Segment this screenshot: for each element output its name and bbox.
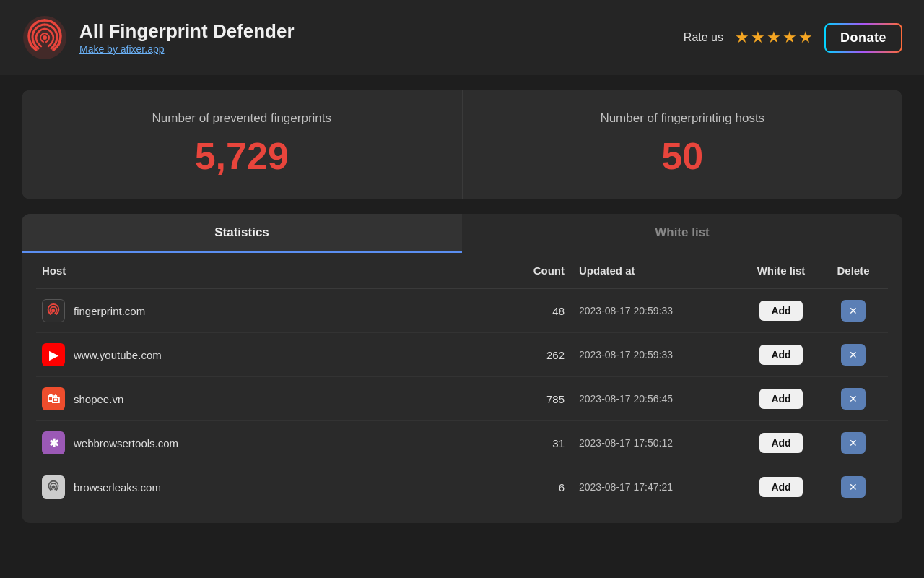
donate-button[interactable]: Donate (824, 23, 902, 53)
site-icon-browserleaks (42, 475, 65, 499)
fingerprints-label: Number of prevented fingerprints (152, 111, 331, 126)
count-browserleaks: 6 (507, 481, 579, 493)
table-body: fingerprint.com 48 2023-08-17 20:59:33 A… (36, 289, 888, 509)
delete-button-youtube[interactable]: ✕ (841, 344, 866, 366)
table-row: 🛍 shopee.vn 785 2023-08-17 20:56:45 Add … (36, 377, 888, 421)
host-cell-browserleaks: browserleaks.com (42, 475, 507, 499)
col-whitelist: White list (738, 264, 824, 277)
tab-statistics[interactable]: Statistics (22, 214, 462, 253)
svg-point-2 (53, 310, 55, 312)
host-cell-youtube: ▶ www.youtube.com (42, 343, 507, 366)
tabs-container: Statistics White list (22, 214, 902, 253)
site-icon-youtube: ▶ (42, 343, 65, 366)
stars-container: ★ ★ ★ ★ ★ (735, 28, 813, 47)
hosts-value: 50 (661, 134, 703, 178)
add-button-webbrowsertools[interactable]: Add (759, 433, 802, 453)
col-delete: Delete (824, 264, 882, 277)
delete-button-browserleaks[interactable]: ✕ (841, 476, 866, 498)
date-fingerprint: 2023-08-17 20:59:33 (579, 305, 738, 316)
logo-text: All Fingerprint Defender Make by afixer.… (79, 20, 295, 56)
table-container: Host Count Updated at White list Delete (22, 253, 902, 523)
header-right: Rate us ★ ★ ★ ★ ★ Donate (684, 23, 902, 53)
site-icon-shopee: 🛍 (42, 387, 65, 410)
star-3: ★ (767, 28, 781, 47)
table-row: fingerprint.com 48 2023-08-17 20:59:33 A… (36, 289, 888, 333)
delete-cell-youtube: ✕ (824, 344, 882, 366)
whitelist-cell-fingerprint: Add (738, 301, 824, 321)
host-cell-fingerprint: fingerprint.com (42, 299, 507, 322)
add-button-shopee[interactable]: Add (759, 389, 802, 409)
date-shopee: 2023-08-17 20:56:45 (579, 393, 738, 405)
delete-cell-fingerprint: ✕ (824, 300, 882, 322)
host-cell-shopee: 🛍 shopee.vn (42, 387, 507, 410)
count-youtube: 262 (507, 349, 579, 361)
delete-cell-browserleaks: ✕ (824, 476, 882, 498)
hosts-label: Number of fingerprinting hosts (600, 111, 764, 126)
star-5: ★ (798, 28, 813, 47)
fingerprints-value: 5,729 (195, 134, 289, 178)
logo-wrapper: All Fingerprint Defender Make by afixer.… (22, 14, 684, 61)
svg-point-3 (52, 486, 54, 488)
hosts-card: Number of fingerprinting hosts 50 (463, 90, 903, 199)
star-4: ★ (783, 28, 797, 47)
maker-link[interactable]: Make by afixer.app (79, 43, 165, 55)
add-button-fingerprint[interactable]: Add (759, 301, 802, 321)
app-title: All Fingerprint Defender (79, 20, 295, 43)
star-1: ★ (735, 28, 749, 47)
whitelist-cell-youtube: Add (738, 345, 824, 365)
add-button-browserleaks[interactable]: Add (759, 477, 802, 497)
date-webbrowsertools: 2023-08-17 17:50:12 (579, 437, 738, 449)
col-host: Host (42, 264, 507, 277)
date-youtube: 2023-08-17 20:59:33 (579, 349, 738, 361)
site-icon-fingerprint (42, 299, 65, 322)
host-name-shopee: shopee.vn (74, 393, 123, 405)
whitelist-cell-shopee: Add (738, 389, 824, 409)
host-name-browserleaks: browserleaks.com (74, 481, 161, 493)
delete-button-fingerprint[interactable]: ✕ (841, 300, 866, 322)
host-name-youtube: www.youtube.com (74, 349, 162, 361)
site-icon-webbrowsertools: ✱ (42, 431, 65, 454)
table-row: browserleaks.com 6 2023-08-17 17:47:21 A… (36, 465, 888, 509)
count-webbrowsertools: 31 (507, 437, 579, 449)
delete-button-shopee[interactable]: ✕ (841, 388, 866, 410)
host-name-fingerprint: fingerprint.com (74, 305, 145, 317)
add-button-youtube[interactable]: Add (759, 345, 802, 365)
whitelist-cell-webbrowsertools: Add (738, 433, 824, 453)
date-browserleaks: 2023-08-17 17:47:21 (579, 481, 738, 493)
host-name-webbrowsertools: webbrowsertools.com (74, 437, 178, 449)
header: All Fingerprint Defender Make by afixer.… (0, 0, 924, 75)
host-cell-webbrowsertools: ✱ webbrowsertools.com (42, 431, 507, 454)
main-section: Statistics White list Host Count Updated… (22, 214, 902, 523)
rate-us-label: Rate us (684, 31, 723, 44)
col-updated: Updated at (579, 264, 738, 277)
app-logo (22, 14, 68, 61)
delete-cell-shopee: ✕ (824, 388, 882, 410)
count-shopee: 785 (507, 393, 579, 405)
table-header: Host Count Updated at White list Delete (36, 253, 888, 289)
table-row: ▶ www.youtube.com 262 2023-08-17 20:59:3… (36, 333, 888, 377)
stats-row: Number of prevented fingerprints 5,729 N… (22, 90, 902, 199)
whitelist-cell-browserleaks: Add (738, 477, 824, 497)
svg-point-1 (43, 35, 47, 40)
delete-button-webbrowsertools[interactable]: ✕ (841, 432, 866, 454)
fingerprints-card: Number of prevented fingerprints 5,729 (22, 90, 463, 199)
count-fingerprint: 48 (507, 305, 579, 317)
tab-whitelist[interactable]: White list (462, 214, 902, 253)
delete-cell-webbrowsertools: ✕ (824, 432, 882, 454)
star-2: ★ (751, 28, 765, 47)
col-count: Count (507, 264, 579, 277)
table-row: ✱ webbrowsertools.com 31 2023-08-17 17:5… (36, 421, 888, 465)
